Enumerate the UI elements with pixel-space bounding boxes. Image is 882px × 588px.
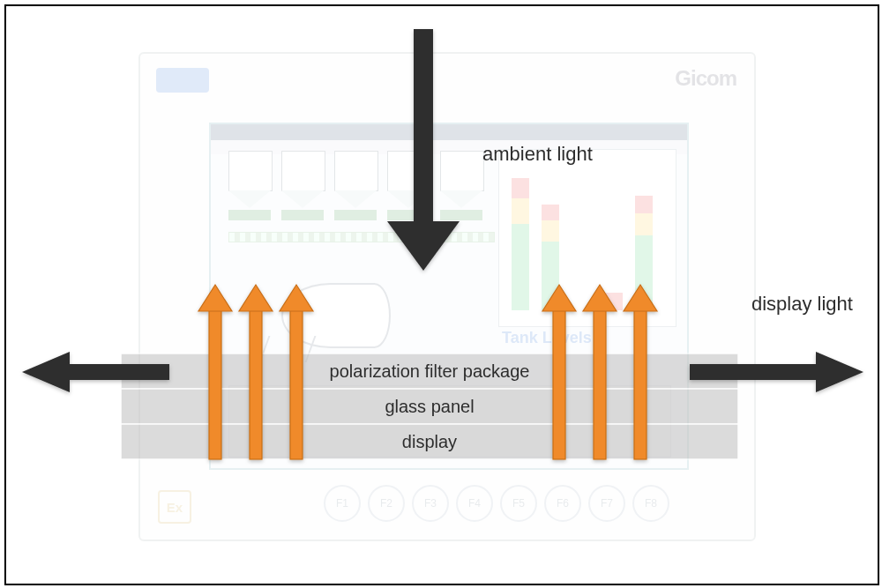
diagram-frame: Gicom Tank Levels F1 F2 F3 F4 F5 F6 F7 (4, 4, 879, 585)
svg-rect-10 (290, 309, 303, 459)
svg-rect-4 (690, 364, 818, 380)
svg-rect-6 (209, 309, 221, 459)
svg-rect-12 (553, 309, 565, 459)
label-layer-glass: glass panel (385, 397, 474, 416)
svg-marker-17 (624, 285, 657, 311)
svg-marker-3 (22, 352, 70, 392)
svg-marker-1 (387, 221, 460, 271)
svg-rect-0 (414, 29, 433, 223)
label-ambient-light: ambient light (482, 143, 593, 165)
ambient-light-arrow (387, 29, 460, 271)
svg-marker-9 (239, 285, 273, 311)
label-layer-polarization: polarization filter package (330, 361, 530, 381)
svg-marker-13 (542, 285, 576, 311)
svg-rect-14 (594, 309, 606, 459)
svg-rect-2 (68, 364, 169, 380)
label-layer-display: display (402, 432, 457, 451)
diagram-overlay: ambient light display light polarization… (6, 6, 878, 584)
display-light-arrows-right (542, 285, 657, 459)
svg-rect-16 (634, 309, 647, 459)
svg-rect-8 (250, 309, 262, 459)
display-light-arrows-left (198, 285, 313, 459)
svg-marker-7 (198, 285, 232, 311)
svg-marker-11 (280, 285, 313, 311)
svg-marker-15 (583, 285, 617, 311)
label-display-light: display light (751, 293, 853, 315)
svg-marker-5 (816, 352, 863, 392)
